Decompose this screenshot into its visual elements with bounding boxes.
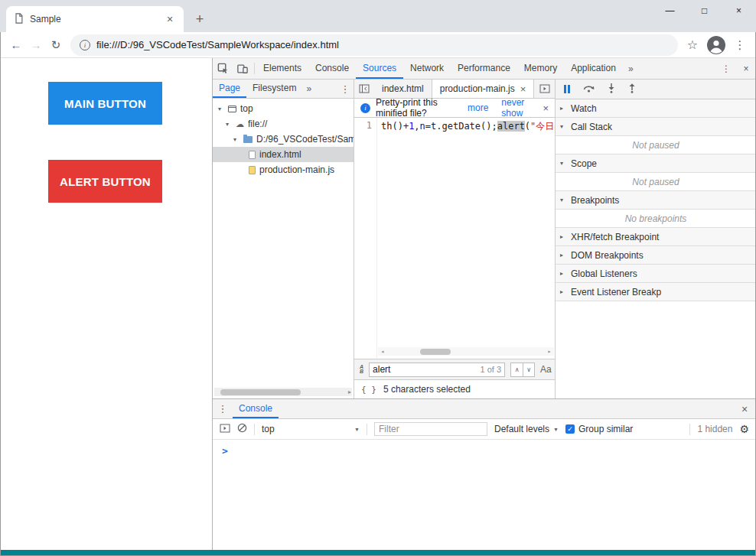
navigator-menu-icon[interactable]: ⋮ xyxy=(337,80,354,98)
chrome-menu-icon[interactable]: ⋮ xyxy=(730,34,750,56)
tab-sources[interactable]: Sources xyxy=(356,58,403,79)
new-tab-button[interactable]: + xyxy=(188,8,211,31)
console-header: ⋮ Console × xyxy=(213,399,756,419)
console-filter-input[interactable] xyxy=(374,422,487,436)
toggle-navigator-icon[interactable] xyxy=(354,80,374,98)
open-source-panel-icon[interactable] xyxy=(535,80,555,98)
inspect-element-icon[interactable] xyxy=(213,58,233,79)
tab-application[interactable]: Application xyxy=(564,58,623,79)
scrollbar-thumb[interactable] xyxy=(220,389,301,395)
section-label: XHR/fetch Breakpoint xyxy=(571,232,659,242)
section-xhr-breakpoints[interactable]: ▸ XHR/fetch Breakpoint xyxy=(556,228,756,246)
devtools-close-icon[interactable]: × xyxy=(736,58,756,79)
group-similar-checkbox[interactable]: ✓ xyxy=(565,424,575,434)
page-info-icon[interactable]: i xyxy=(80,40,90,50)
horizontal-scrollbar[interactable]: ▸ xyxy=(214,388,352,396)
chevron-down-icon: ▼ xyxy=(354,427,360,432)
section-watch[interactable]: ▸ Watch xyxy=(556,99,756,118)
main-button[interactable]: MAIN BUTTON xyxy=(48,82,162,125)
step-out-icon[interactable] xyxy=(628,83,636,96)
expand-arrow-icon[interactable]: ▾ xyxy=(226,121,232,128)
bookmark-star-icon[interactable]: ☆ xyxy=(683,34,702,56)
maximize-button[interactable]: □ xyxy=(687,0,722,21)
section-global-listeners[interactable]: ▸ Global Listeners xyxy=(556,265,756,283)
address-bar[interactable]: i file:///D:/96_VSCodeTest/SampleWorkspa… xyxy=(70,34,678,56)
tab-network[interactable]: Network xyxy=(403,58,451,79)
console-sidebar-icon[interactable] xyxy=(220,424,230,435)
tree-item-index-html[interactable]: index.html xyxy=(213,147,354,162)
drawer-close-icon[interactable]: × xyxy=(733,399,756,418)
tree-item-top[interactable]: ▾ top xyxy=(213,101,354,116)
console-prompt-icon[interactable]: > xyxy=(213,440,756,457)
reload-icon[interactable]: ↻ xyxy=(46,34,66,56)
tab-page[interactable]: Page xyxy=(213,80,246,98)
code-token-selected: alert xyxy=(497,121,525,132)
scroll-right-icon[interactable]: ▸ xyxy=(545,348,554,355)
tab-close-icon[interactable]: × xyxy=(164,13,176,25)
devtools-menu-icon[interactable]: ⋮ xyxy=(716,58,736,79)
context-selector[interactable]: top ▼ xyxy=(262,424,360,434)
tree-item-workspace-folder[interactable]: ▾ D:/96_VSCodeTest/Samp xyxy=(213,132,354,147)
section-label: Scope xyxy=(571,158,597,169)
navigator-tabs: Page Filesystem » ⋮ xyxy=(213,80,354,99)
tree-item-production-main-js[interactable]: production-main.js xyxy=(213,162,354,177)
section-event-listener-breakpoints[interactable]: ▸ Event Listener Breakp xyxy=(556,283,756,301)
search-box: 1 of 3 xyxy=(369,363,505,377)
frame-icon xyxy=(228,106,236,112)
scroll-right-icon[interactable]: ▸ xyxy=(348,388,351,396)
more-link[interactable]: more xyxy=(468,102,488,113)
scrollbar-thumb[interactable] xyxy=(420,349,451,355)
expand-arrow-icon[interactable]: ▾ xyxy=(233,136,240,143)
editor-status-bar: { } 5 characters selected xyxy=(354,379,555,398)
forward-icon[interactable]: → xyxy=(26,34,46,56)
tab-memory[interactable]: Memory xyxy=(517,58,564,79)
back-icon[interactable]: ← xyxy=(6,34,26,56)
scroll-left-icon[interactable]: ◂ xyxy=(378,348,387,355)
alert-button[interactable]: ALERT BUTTON xyxy=(48,160,162,203)
vscode-status-bar-strip xyxy=(0,550,756,556)
infobar-close-icon[interactable]: × xyxy=(543,102,549,114)
search-input[interactable] xyxy=(373,364,477,375)
file-tab-index-html[interactable]: index.html xyxy=(374,80,432,98)
url-text[interactable]: file:///D:/96_VSCodeTest/SampleWorkspace… xyxy=(96,39,339,50)
minimize-button[interactable]: — xyxy=(653,0,687,21)
tab-console[interactable]: Console xyxy=(308,58,356,79)
next-match-icon[interactable]: ∨ xyxy=(523,363,534,376)
tab-console-drawer[interactable]: Console xyxy=(233,399,279,418)
more-navigator-tabs-icon[interactable]: » xyxy=(302,80,315,98)
tab-filesystem[interactable]: Filesystem xyxy=(246,80,302,98)
file-tab-production-main-js[interactable]: production-main.js × xyxy=(432,80,535,98)
more-panels-icon[interactable]: » xyxy=(623,58,639,79)
log-levels-label: Default levels xyxy=(494,424,549,434)
code-editor[interactable]: 1 th()+1,n=t.getDate();alert("今日は"+e+"月"… xyxy=(354,118,555,359)
section-call-stack[interactable]: ▾ Call Stack xyxy=(556,118,756,136)
pretty-print-icon[interactable]: { } xyxy=(361,385,376,395)
tree-item-file-scheme[interactable]: ▾ ☁ file:// xyxy=(213,116,354,132)
tab-performance[interactable]: Performance xyxy=(451,58,517,79)
previous-match-icon[interactable]: ∧ xyxy=(511,363,523,376)
step-over-icon[interactable] xyxy=(583,84,595,95)
browser-tab[interactable]: Sample × xyxy=(6,6,184,32)
close-window-button[interactable]: × xyxy=(722,0,756,21)
clear-console-icon[interactable] xyxy=(237,423,247,435)
group-similar-control[interactable]: ✓ Group similar xyxy=(565,424,633,434)
context-label: top xyxy=(262,424,275,434)
horizontal-scrollbar[interactable]: ◂ ▸ xyxy=(378,347,554,356)
console-messages[interactable]: > xyxy=(213,440,756,550)
profile-avatar[interactable] xyxy=(707,36,725,54)
device-toolbar-icon[interactable] xyxy=(233,58,253,79)
section-dom-breakpoints[interactable]: ▸ DOM Breakpoints xyxy=(556,246,756,265)
pause-script-icon[interactable] xyxy=(564,85,570,93)
tab-elements[interactable]: Elements xyxy=(256,58,308,79)
never-show-link[interactable]: never show xyxy=(501,97,531,119)
replace-toggle-icon[interactable]: AB xyxy=(360,365,363,374)
section-scope[interactable]: ▾ Scope xyxy=(556,154,756,173)
step-into-icon[interactable] xyxy=(608,83,615,96)
section-breakpoints[interactable]: ▾ Breakpoints xyxy=(556,191,756,210)
close-file-tab-icon[interactable]: × xyxy=(520,83,526,95)
console-settings-icon[interactable]: ⚙ xyxy=(739,423,749,435)
log-levels-selector[interactable]: Default levels ▼ xyxy=(494,424,559,434)
expand-arrow-icon[interactable]: ▾ xyxy=(218,106,224,112)
drawer-menu-icon[interactable]: ⋮ xyxy=(213,399,233,418)
match-case-toggle[interactable]: Aa xyxy=(540,364,552,375)
